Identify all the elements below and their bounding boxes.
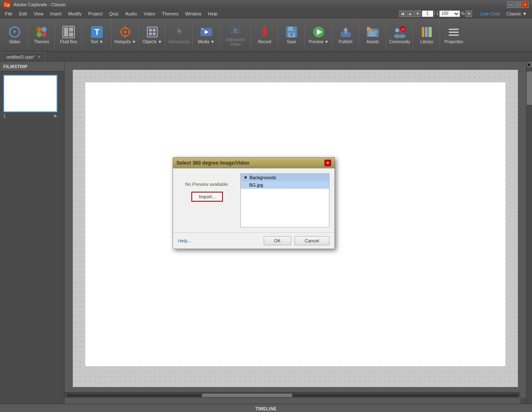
objects-button[interactable]: Objects ▼ xyxy=(140,21,164,49)
help-link[interactable]: Help... xyxy=(178,238,191,243)
menu-window[interactable]: Window xyxy=(182,10,205,17)
zoom-dropdown-button[interactable]: ▼ xyxy=(465,10,472,17)
filmstrip-title: FILMSTRIP xyxy=(3,64,27,69)
menu-help[interactable]: Help xyxy=(205,10,221,17)
record-button[interactable]: Record xyxy=(252,21,277,49)
properties-label: Properties xyxy=(444,39,463,44)
toolbar: + Slides Themes xyxy=(0,18,532,52)
tree-header-backgrounds[interactable]: ▼ Backgrounds xyxy=(241,174,329,181)
zoom-select[interactable]: 100 75 50 150 xyxy=(439,10,460,17)
filmstrip-panel: FILMSTRIP 1 👁 xyxy=(0,62,64,404)
menu-themes[interactable]: Themes xyxy=(158,10,182,17)
dialog-title: Select 360 degree Image/Video xyxy=(176,160,249,166)
vscroll-thumb[interactable] xyxy=(527,72,532,105)
svg-rect-59 xyxy=(449,32,459,33)
toolbar-group-slides: + Slides xyxy=(2,20,28,49)
text-button[interactable]: T Text ▼ xyxy=(84,21,110,49)
dialog-left-panel: No Preview available. Import... xyxy=(178,173,236,227)
svg-point-2 xyxy=(37,27,42,32)
select-360-dialog: Select 360 degree Image/Video ✕ No Previ… xyxy=(173,157,335,249)
toolbar-group-publish: Publish xyxy=(333,20,359,49)
interactions-button: Interactions xyxy=(167,21,191,49)
close-button[interactable]: ✕ xyxy=(522,1,529,8)
publish-button[interactable]: Publish xyxy=(334,21,358,49)
preview-button[interactable]: Preview ▼ xyxy=(307,21,331,49)
vscroll-up[interactable]: ▲ xyxy=(527,62,532,67)
slides-button[interactable]: + Slides xyxy=(2,21,27,49)
toolbar-group-save: Save xyxy=(279,20,305,49)
assets-button[interactable]: Assets xyxy=(361,21,385,49)
tree-collapse-icon: ▼ xyxy=(243,175,248,180)
nav-down-button[interactable]: ▼ xyxy=(414,10,421,17)
cancel-button[interactable]: Cancel xyxy=(294,236,329,245)
menubar: File Edit View Insert Modify Project Qui… xyxy=(0,9,532,18)
objects-label: Objects ▼ xyxy=(143,39,162,44)
media-icon xyxy=(200,25,213,39)
svg-rect-8 xyxy=(69,27,73,32)
classic-dropdown[interactable]: Classic ▼ xyxy=(503,10,530,17)
interactive-video-icon xyxy=(229,23,242,37)
toolbar-group-hotspots: Hotspots ▼ xyxy=(112,20,139,49)
import-button[interactable]: Import... xyxy=(191,192,223,202)
menu-insert[interactable]: Insert xyxy=(47,10,65,17)
hotspots-button[interactable]: Hotspots ▼ xyxy=(113,21,137,49)
slide-thumbnail-1[interactable] xyxy=(3,75,57,112)
library-icon xyxy=(420,25,433,39)
properties-button[interactable]: Properties xyxy=(442,21,466,49)
menu-quiz[interactable]: Quiz xyxy=(106,10,122,17)
menu-file[interactable]: File xyxy=(2,10,16,17)
objects-icon xyxy=(146,25,159,39)
zoom-percent: % xyxy=(461,11,465,16)
maximize-button[interactable]: □ xyxy=(515,1,521,8)
svg-rect-7 xyxy=(64,27,68,37)
menu-view[interactable]: View xyxy=(30,10,47,17)
toolbar-group-interactions: Interactions xyxy=(166,20,193,49)
minimize-button[interactable]: ─ xyxy=(507,1,514,8)
toolbar-group-themes: Themes xyxy=(29,20,55,49)
fluidbox-button[interactable]: Fluid Box xyxy=(57,21,81,49)
menu-audio[interactable]: Audio xyxy=(122,10,140,17)
file-tree[interactable]: ▼ Backgrounds BG.jpg xyxy=(240,173,329,227)
menu-modify[interactable]: Modify xyxy=(65,10,85,17)
svg-rect-19 xyxy=(149,29,152,32)
page-current-input[interactable] xyxy=(422,10,433,17)
svg-rect-47 xyxy=(367,27,370,30)
toolbar-group-preview: Preview ▼ xyxy=(306,20,332,49)
livechat-label[interactable]: Live Chat xyxy=(477,10,503,17)
community-button[interactable]: 12 Community xyxy=(388,21,412,49)
nav-prev-button[interactable]: ◀ xyxy=(399,10,406,17)
titlebar-controls[interactable]: ─ □ ✕ xyxy=(507,1,529,8)
page-separator: / xyxy=(434,11,435,16)
tab-label: untitled3.cptx* xyxy=(6,54,35,59)
right-scrollbar[interactable]: ▲ xyxy=(526,62,532,404)
svg-point-25 xyxy=(202,28,203,30)
menu-video[interactable]: Video xyxy=(140,10,158,17)
ok-button[interactable]: OK xyxy=(264,236,291,245)
dialog-close-button[interactable]: ✕ xyxy=(324,160,331,166)
menu-edit[interactable]: Edit xyxy=(16,10,30,17)
text-label: Text ▼ xyxy=(90,39,103,44)
fluidbox-icon xyxy=(62,25,75,39)
toolbar-group-library: Library xyxy=(414,20,440,49)
themes-button[interactable]: Themes xyxy=(30,21,54,49)
nav-up-button[interactable]: ▲ xyxy=(407,10,413,17)
tab-close-icon[interactable]: ✕ xyxy=(37,55,41,59)
svg-rect-9 xyxy=(69,32,73,37)
tab-untitled3[interactable]: untitled3.cptx* ✕ xyxy=(2,52,45,61)
svg-rect-18 xyxy=(147,27,157,37)
tree-item-bgjpg[interactable]: BG.jpg xyxy=(241,181,329,189)
svg-marker-43 xyxy=(343,27,348,31)
nav-controls: ◀ ▲ ▼ / 1 100 75 50 150 % ▼ xyxy=(398,10,474,17)
library-button[interactable]: Library xyxy=(415,21,439,49)
menu-project[interactable]: Project xyxy=(85,10,106,17)
toolbar-group-text: T Text ▼ xyxy=(83,20,111,49)
save-button[interactable]: Save xyxy=(280,21,304,49)
fluidbox-label: Fluid Box xyxy=(60,39,77,44)
svg-text:T: T xyxy=(94,27,99,37)
dialog-overlay: Select 360 degree Image/Video ✕ No Previ… xyxy=(64,62,526,404)
svg-point-4 xyxy=(37,32,42,37)
interactions-label: Interactions xyxy=(168,39,190,44)
hotspots-icon xyxy=(119,25,132,39)
media-button[interactable]: Media ▼ xyxy=(194,21,218,49)
preview-label: Preview ▼ xyxy=(309,39,329,44)
